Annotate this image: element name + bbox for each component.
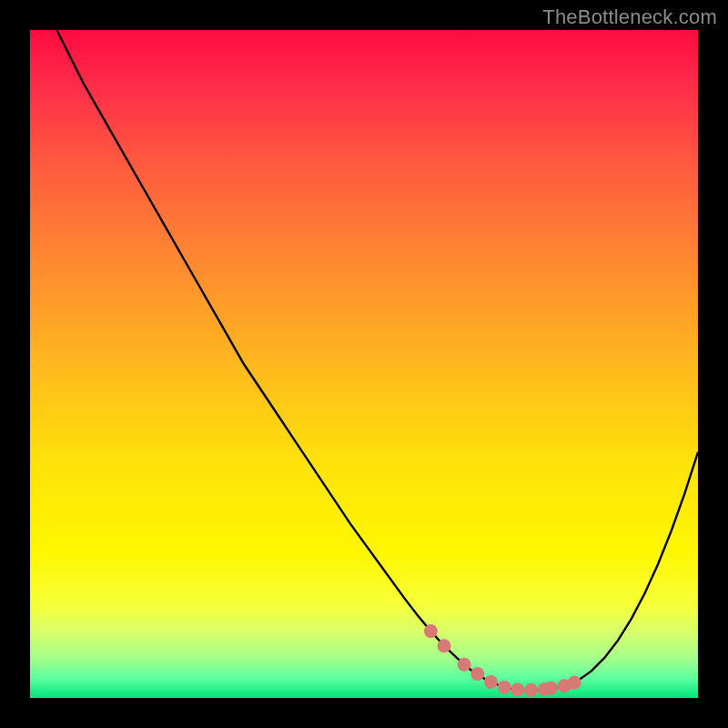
highlight-marker [498, 681, 511, 694]
highlight-marker [424, 624, 438, 638]
highlight-marker [484, 675, 498, 689]
highlight-marker [470, 667, 484, 681]
highlight-marker [568, 676, 581, 690]
chart-svg [30, 30, 698, 698]
highlight-marker [524, 683, 538, 697]
highlight-markers [424, 624, 581, 697]
highlight-marker [438, 639, 451, 652]
bottleneck-curve [30, 0, 698, 690]
highlight-marker [511, 682, 524, 696]
chart-container: TheBottleneck.com [0, 0, 728, 728]
watermark-text: TheBottleneck.com [542, 5, 717, 29]
highlight-marker [544, 681, 558, 694]
highlight-marker [458, 658, 471, 672]
